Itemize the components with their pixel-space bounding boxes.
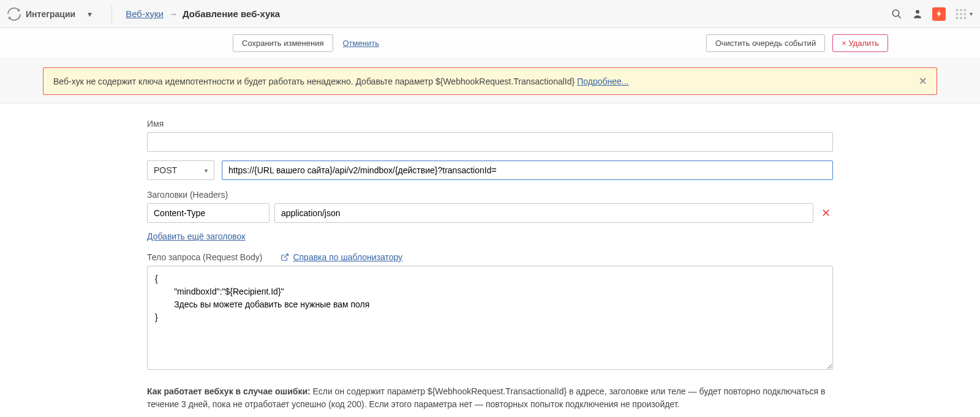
template-help-link[interactable]: Справка по шаблонизатору	[281, 252, 402, 262]
breadcrumb-arrow: →	[168, 9, 178, 19]
alert-close-icon[interactable]: ✕	[919, 75, 927, 87]
add-header-link[interactable]: Добавить ещё заголовок	[147, 231, 246, 241]
app-grid-icon	[954, 7, 968, 21]
svg-line-12	[284, 254, 288, 258]
header-row: ✕	[147, 203, 833, 223]
svg-line-1	[898, 15, 901, 18]
url-input[interactable]	[222, 160, 833, 180]
svg-point-3	[956, 9, 959, 11]
alert-text: Веб-хук не содержит ключа идемпотентност…	[53, 77, 575, 86]
svg-point-0	[892, 10, 899, 17]
brand-label: Интеграции	[26, 9, 75, 19]
alert-section: Веб-хук не содержит ключа идемпотентност…	[0, 59, 980, 104]
topbar-left: Интеграции ▾ Веб-хуки → Добавление веб-х…	[7, 5, 280, 23]
user-icon[interactable]	[911, 8, 924, 20]
headers-label: Заголовки (Headers)	[147, 190, 833, 200]
svg-point-2	[916, 10, 919, 13]
svg-point-4	[960, 9, 962, 11]
chevron-down-icon: ▾	[970, 10, 973, 17]
external-link-icon	[281, 253, 289, 261]
method-url-row: POST ▾	[147, 160, 833, 180]
cancel-link[interactable]: Отменить	[343, 39, 379, 48]
brand-dropdown-caret[interactable]: ▾	[81, 6, 98, 23]
alert-more-link[interactable]: Подробнее...	[577, 77, 628, 86]
form-area: Имя POST ▾ Заголовки (Headers) ✕ Добавит…	[141, 119, 839, 411]
name-input[interactable]	[147, 132, 833, 152]
breadcrumb: Веб-хуки → Добавление веб-хука	[126, 9, 280, 19]
warning-alert: Веб-хук не содержит ключа идемпотентност…	[43, 67, 937, 95]
search-icon[interactable]	[891, 8, 903, 20]
remove-header-icon[interactable]: ✕	[818, 206, 833, 220]
svg-point-8	[964, 13, 967, 15]
http-method-select[interactable]: POST ▾	[147, 160, 214, 180]
svg-point-9	[956, 17, 959, 19]
breadcrumb-link-webhooks[interactable]: Веб-хуки	[126, 9, 164, 19]
breadcrumb-current: Добавление веб-хука	[183, 9, 280, 19]
svg-point-7	[960, 13, 962, 15]
divider	[111, 5, 112, 23]
actionbar: Сохранить изменения Отменить Очистить оч…	[0, 28, 980, 59]
brand[interactable]: Интеграции	[7, 7, 75, 21]
header-name-input[interactable]	[147, 203, 270, 223]
svg-point-10	[960, 17, 962, 19]
bolt-icon[interactable]	[932, 7, 946, 21]
svg-point-5	[964, 9, 967, 11]
help-text: Как работает вебхук в случае ошибки: Есл…	[147, 385, 833, 411]
svg-point-6	[956, 13, 959, 15]
chevron-down-icon: ▾	[205, 167, 208, 174]
request-body-textarea[interactable]	[147, 266, 833, 370]
header-value-input[interactable]	[274, 203, 813, 223]
clear-queue-button[interactable]: Очистить очередь событий	[706, 34, 825, 52]
http-method-value: POST	[154, 165, 177, 175]
integrations-icon	[7, 7, 21, 21]
template-help-text: Справка по шаблонизатору	[293, 252, 402, 262]
topbar: Интеграции ▾ Веб-хуки → Добавление веб-х…	[0, 0, 980, 28]
delete-button[interactable]: Удалить	[832, 34, 888, 52]
svg-point-11	[964, 17, 967, 19]
help-text-bold: Как работает вебхук в случае ошибки:	[147, 386, 311, 396]
body-label: Тело запроса (Request Body)	[147, 252, 262, 262]
app-grid-menu[interactable]: ▾	[954, 7, 973, 21]
name-label: Имя	[147, 119, 833, 129]
topbar-right: ▾	[891, 7, 973, 21]
body-label-row: Тело запроса (Request Body) Справка по ш…	[147, 252, 833, 262]
save-button[interactable]: Сохранить изменения	[233, 34, 333, 52]
